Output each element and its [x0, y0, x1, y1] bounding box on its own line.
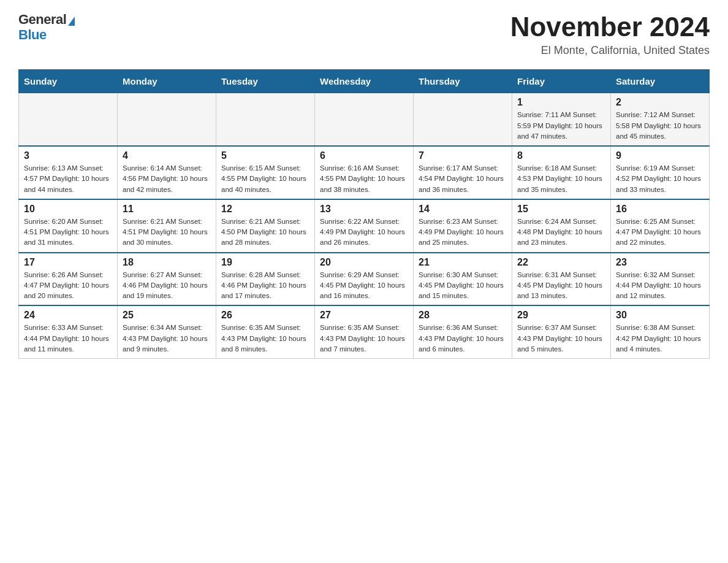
day-info: Sunrise: 6:23 AM Sunset: 4:49 PM Dayligh…	[419, 216, 507, 248]
day-of-week-header: Sunday	[19, 70, 118, 93]
calendar-day-cell: 9Sunrise: 6:19 AM Sunset: 4:52 PM Daylig…	[611, 146, 710, 199]
day-number: 20	[320, 257, 408, 268]
day-number: 8	[517, 150, 605, 161]
calendar-day-cell	[315, 93, 414, 146]
calendar-day-cell: 21Sunrise: 6:30 AM Sunset: 4:45 PM Dayli…	[414, 253, 512, 306]
day-number: 30	[616, 310, 704, 321]
day-info: Sunrise: 6:26 AM Sunset: 4:47 PM Dayligh…	[24, 270, 112, 302]
day-number: 3	[24, 150, 112, 161]
calendar-day-cell: 26Sunrise: 6:35 AM Sunset: 4:43 PM Dayli…	[216, 305, 315, 358]
calendar-day-cell: 24Sunrise: 6:33 AM Sunset: 4:44 PM Dayli…	[19, 305, 118, 358]
calendar-day-cell: 1Sunrise: 7:11 AM Sunset: 5:59 PM Daylig…	[512, 93, 611, 146]
calendar-week-row: 1Sunrise: 7:11 AM Sunset: 5:59 PM Daylig…	[19, 93, 710, 146]
day-info: Sunrise: 6:18 AM Sunset: 4:53 PM Dayligh…	[517, 163, 605, 195]
calendar-day-cell: 19Sunrise: 6:28 AM Sunset: 4:46 PM Dayli…	[216, 253, 315, 306]
day-info: Sunrise: 7:11 AM Sunset: 5:59 PM Dayligh…	[517, 110, 605, 142]
day-info: Sunrise: 6:13 AM Sunset: 4:57 PM Dayligh…	[24, 163, 112, 195]
day-number: 17	[24, 257, 112, 268]
calendar-week-row: 24Sunrise: 6:33 AM Sunset: 4:44 PM Dayli…	[19, 305, 710, 358]
day-number: 1	[517, 97, 605, 108]
day-info: Sunrise: 6:22 AM Sunset: 4:49 PM Dayligh…	[320, 216, 408, 248]
day-number: 2	[616, 97, 704, 108]
day-of-week-header: Tuesday	[216, 70, 315, 93]
day-info: Sunrise: 6:25 AM Sunset: 4:47 PM Dayligh…	[616, 216, 704, 248]
day-number: 15	[517, 204, 605, 215]
calendar-day-cell: 7Sunrise: 6:17 AM Sunset: 4:54 PM Daylig…	[414, 146, 512, 199]
day-info: Sunrise: 6:17 AM Sunset: 4:54 PM Dayligh…	[419, 163, 507, 195]
day-info: Sunrise: 6:15 AM Sunset: 4:55 PM Dayligh…	[221, 163, 309, 195]
day-number: 26	[221, 310, 309, 321]
day-info: Sunrise: 6:14 AM Sunset: 4:56 PM Dayligh…	[123, 163, 211, 195]
calendar-day-cell: 6Sunrise: 6:16 AM Sunset: 4:55 PM Daylig…	[315, 146, 414, 199]
day-number: 14	[419, 204, 507, 215]
logo-blue-text: Blue	[18, 27, 47, 42]
calendar-day-cell: 3Sunrise: 6:13 AM Sunset: 4:57 PM Daylig…	[19, 146, 118, 199]
logo-general-text: General	[18, 12, 66, 27]
day-info: Sunrise: 6:37 AM Sunset: 4:43 PM Dayligh…	[517, 323, 605, 354]
day-number: 28	[419, 310, 507, 321]
day-info: Sunrise: 6:21 AM Sunset: 4:50 PM Dayligh…	[221, 216, 309, 248]
day-info: Sunrise: 6:35 AM Sunset: 4:43 PM Dayligh…	[221, 323, 309, 354]
calendar-day-cell: 8Sunrise: 6:18 AM Sunset: 4:53 PM Daylig…	[512, 146, 611, 199]
day-number: 6	[320, 150, 408, 161]
day-number: 21	[419, 257, 507, 268]
day-number: 25	[123, 310, 211, 321]
calendar-day-cell: 14Sunrise: 6:23 AM Sunset: 4:49 PM Dayli…	[414, 199, 512, 253]
calendar-day-cell: 22Sunrise: 6:31 AM Sunset: 4:45 PM Dayli…	[512, 253, 611, 306]
calendar-day-cell: 13Sunrise: 6:22 AM Sunset: 4:49 PM Dayli…	[315, 199, 414, 253]
day-info: Sunrise: 6:30 AM Sunset: 4:45 PM Dayligh…	[419, 270, 507, 302]
day-info: Sunrise: 6:28 AM Sunset: 4:46 PM Dayligh…	[221, 270, 309, 302]
day-of-week-header: Wednesday	[315, 70, 414, 93]
calendar-week-row: 10Sunrise: 6:20 AM Sunset: 4:51 PM Dayli…	[19, 199, 710, 253]
day-info: Sunrise: 6:38 AM Sunset: 4:42 PM Dayligh…	[616, 323, 704, 354]
day-number: 12	[221, 204, 309, 215]
day-info: Sunrise: 6:33 AM Sunset: 4:44 PM Dayligh…	[24, 323, 112, 354]
calendar-day-cell: 11Sunrise: 6:21 AM Sunset: 4:51 PM Dayli…	[118, 199, 216, 253]
calendar-day-cell	[118, 93, 216, 146]
day-info: Sunrise: 6:36 AM Sunset: 4:43 PM Dayligh…	[419, 323, 507, 354]
calendar-subtitle: El Monte, California, United States	[510, 44, 710, 57]
calendar-day-cell: 30Sunrise: 6:38 AM Sunset: 4:42 PM Dayli…	[611, 305, 710, 358]
logo: General Blue	[18, 12, 75, 43]
day-info: Sunrise: 6:16 AM Sunset: 4:55 PM Dayligh…	[320, 163, 408, 195]
day-info: Sunrise: 6:20 AM Sunset: 4:51 PM Dayligh…	[24, 216, 112, 248]
day-info: Sunrise: 7:12 AM Sunset: 5:58 PM Dayligh…	[616, 110, 704, 142]
calendar-day-cell: 27Sunrise: 6:35 AM Sunset: 4:43 PM Dayli…	[315, 305, 414, 358]
day-number: 7	[419, 150, 507, 161]
calendar-day-cell: 12Sunrise: 6:21 AM Sunset: 4:50 PM Dayli…	[216, 199, 315, 253]
day-number: 19	[221, 257, 309, 268]
calendar-day-cell: 5Sunrise: 6:15 AM Sunset: 4:55 PM Daylig…	[216, 146, 315, 199]
day-of-week-header: Thursday	[414, 70, 512, 93]
day-of-week-header: Friday	[512, 70, 611, 93]
calendar-day-cell: 16Sunrise: 6:25 AM Sunset: 4:47 PM Dayli…	[611, 199, 710, 253]
day-info: Sunrise: 6:32 AM Sunset: 4:44 PM Dayligh…	[616, 270, 704, 302]
calendar-day-cell: 2Sunrise: 7:12 AM Sunset: 5:58 PM Daylig…	[611, 93, 710, 146]
calendar-day-cell: 18Sunrise: 6:27 AM Sunset: 4:46 PM Dayli…	[118, 253, 216, 306]
calendar-day-cell: 25Sunrise: 6:34 AM Sunset: 4:43 PM Dayli…	[118, 305, 216, 358]
calendar-day-cell: 23Sunrise: 6:32 AM Sunset: 4:44 PM Dayli…	[611, 253, 710, 306]
day-info: Sunrise: 6:29 AM Sunset: 4:45 PM Dayligh…	[320, 270, 408, 302]
calendar-day-cell: 10Sunrise: 6:20 AM Sunset: 4:51 PM Dayli…	[19, 199, 118, 253]
day-number: 9	[616, 150, 704, 161]
day-info: Sunrise: 6:35 AM Sunset: 4:43 PM Dayligh…	[320, 323, 408, 354]
day-number: 18	[123, 257, 211, 268]
day-number: 23	[616, 257, 704, 268]
calendar-week-row: 17Sunrise: 6:26 AM Sunset: 4:47 PM Dayli…	[19, 253, 710, 306]
calendar-day-cell: 15Sunrise: 6:24 AM Sunset: 4:48 PM Dayli…	[512, 199, 611, 253]
calendar-day-cell	[414, 93, 512, 146]
calendar-day-cell: 20Sunrise: 6:29 AM Sunset: 4:45 PM Dayli…	[315, 253, 414, 306]
calendar-day-cell	[216, 93, 315, 146]
day-number: 16	[616, 204, 704, 215]
calendar-week-row: 3Sunrise: 6:13 AM Sunset: 4:57 PM Daylig…	[19, 146, 710, 199]
day-number: 4	[123, 150, 211, 161]
calendar-day-cell: 4Sunrise: 6:14 AM Sunset: 4:56 PM Daylig…	[118, 146, 216, 199]
day-info: Sunrise: 6:19 AM Sunset: 4:52 PM Dayligh…	[616, 163, 704, 195]
calendar-title: November 2024	[510, 12, 710, 42]
page-header: General Blue November 2024 El Monte, Cal…	[18, 12, 710, 57]
title-block: November 2024 El Monte, California, Unit…	[510, 12, 710, 57]
day-number: 13	[320, 204, 408, 215]
calendar-day-cell	[19, 93, 118, 146]
day-number: 29	[517, 310, 605, 321]
day-info: Sunrise: 6:21 AM Sunset: 4:51 PM Dayligh…	[123, 216, 211, 248]
day-number: 10	[24, 204, 112, 215]
